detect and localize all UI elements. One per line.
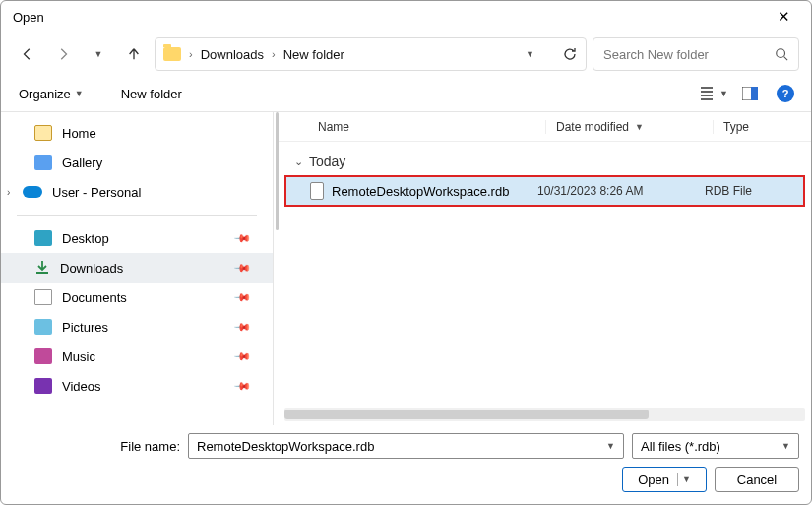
filename-row: File name: RemoteDesktopWorkspace.rdb ▼ … <box>13 433 799 459</box>
horizontal-scrollbar[interactable] <box>284 408 805 421</box>
open-dialog: Open ✕ ▼ › Downloads › New folder ▼ Sear… <box>0 0 812 505</box>
back-button[interactable] <box>13 39 42 69</box>
column-type[interactable]: Type <box>713 120 811 134</box>
new-folder-label: New folder <box>121 87 182 101</box>
pin-icon: 📌 <box>232 287 251 306</box>
toolbar: Organize ▼ New folder ▼ ? <box>1 76 811 111</box>
file-row[interactable]: RemoteDesktopWorkspace.rdb 10/31/2023 8:… <box>286 177 803 205</box>
sort-desc-icon: ▼ <box>635 122 644 132</box>
filename-value: RemoteDesktopWorkspace.rdb <box>197 439 374 454</box>
sidebar-divider <box>17 215 257 216</box>
filename-input[interactable]: RemoteDesktopWorkspace.rdb ▼ <box>188 433 624 459</box>
window-title: Open <box>9 10 764 25</box>
pin-icon: 📌 <box>232 317 251 336</box>
music-icon <box>34 348 52 364</box>
column-date[interactable]: Date modified ▼ <box>545 120 713 134</box>
sidebar-item-label: Pictures <box>62 320 108 335</box>
nav-row: ▼ › Downloads › New folder ▼ Search New … <box>1 32 811 76</box>
cancel-button[interactable]: Cancel <box>715 467 799 492</box>
file-name: RemoteDesktopWorkspace.rdb <box>332 184 537 199</box>
dialog-body: Home Gallery › User - Personal Desktop 📌… <box>1 111 811 425</box>
videos-icon <box>34 378 52 394</box>
sidebar-item-label: Home <box>62 126 96 141</box>
highlighted-file: RemoteDesktopWorkspace.rdb 10/31/2023 8:… <box>284 175 805 207</box>
breadcrumb-sep-icon: › <box>189 48 193 60</box>
chevron-down-icon: ▼ <box>719 89 728 98</box>
preview-pane-button[interactable] <box>736 80 764 107</box>
address-bar[interactable]: › Downloads › New folder ▼ <box>155 37 587 71</box>
breadcrumb-newfolder[interactable]: New folder <box>283 47 344 62</box>
downloads-icon <box>34 260 50 276</box>
documents-icon <box>34 289 52 305</box>
sidebar-item-videos[interactable]: Videos 📌 <box>1 371 273 401</box>
file-icon <box>310 182 324 200</box>
dialog-footer: File name: RemoteDesktopWorkspace.rdb ▼ … <box>1 425 811 504</box>
sidebar-item-label: Music <box>62 349 95 364</box>
search-box[interactable]: Search New folder <box>593 37 799 71</box>
list-icon <box>701 87 717 100</box>
expand-icon[interactable]: › <box>7 187 10 198</box>
sidebar-item-label: Downloads <box>60 261 123 276</box>
breadcrumb-downloads[interactable]: Downloads <box>201 47 264 62</box>
sidebar-item-label: User - Personal <box>52 185 141 200</box>
sidebar-item-gallery[interactable]: Gallery <box>1 148 273 177</box>
sidebar-item-home[interactable]: Home <box>1 118 273 148</box>
folder-icon <box>163 47 181 61</box>
pin-icon: 📌 <box>232 347 251 365</box>
view-menu[interactable]: ▼ <box>701 80 728 107</box>
sidebar-item-music[interactable]: Music 📌 <box>1 342 273 371</box>
new-folder-button[interactable]: New folder <box>115 83 188 105</box>
onedrive-icon <box>23 186 42 198</box>
gallery-icon <box>34 155 52 170</box>
filetype-value: All files (*.rdb) <box>641 439 720 454</box>
chevron-down-icon[interactable]: ▼ <box>526 49 534 59</box>
group-label: Today <box>309 154 345 169</box>
sidebar-item-documents[interactable]: Documents 📌 <box>1 283 273 312</box>
refresh-icon[interactable] <box>562 46 578 62</box>
preview-pane-icon <box>742 87 758 100</box>
help-button[interactable]: ? <box>772 80 799 107</box>
breadcrumb-sep-icon: › <box>272 48 276 60</box>
open-button[interactable]: Open ▼ <box>622 467 707 492</box>
sidebar-item-label: Gallery <box>62 156 102 170</box>
sidebar-item-label: Desktop <box>62 231 109 246</box>
recent-dropdown[interactable]: ▼ <box>84 39 113 69</box>
chevron-down-icon: ▼ <box>75 89 84 98</box>
sidebar-item-downloads[interactable]: Downloads 📌 <box>1 253 273 283</box>
filetype-select[interactable]: All files (*.rdb) ▼ <box>632 433 799 459</box>
filename-label: File name: <box>13 439 180 454</box>
home-icon <box>34 125 52 141</box>
up-button[interactable] <box>119 39 149 69</box>
sidebar-item-label: Documents <box>62 290 127 305</box>
sidebar: Home Gallery › User - Personal Desktop 📌… <box>1 112 273 425</box>
close-button[interactable]: ✕ <box>764 8 803 26</box>
sidebar-item-desktop[interactable]: Desktop 📌 <box>1 223 273 253</box>
chevron-down-icon[interactable]: ▼ <box>606 441 615 451</box>
chevron-down-icon: ⌄ <box>294 156 303 168</box>
svg-point-0 <box>777 49 785 58</box>
chevron-down-icon: ▼ <box>94 49 103 59</box>
sidebar-item-pictures[interactable]: Pictures 📌 <box>1 312 273 342</box>
file-type: RDB File <box>705 184 803 198</box>
group-header-today[interactable]: ⌄ Today <box>279 142 811 175</box>
column-name[interactable]: Name <box>318 120 545 134</box>
button-row: Open ▼ Cancel <box>13 467 799 492</box>
organize-menu[interactable]: Organize ▼ <box>13 83 90 105</box>
search-icon <box>775 47 788 61</box>
arrow-up-icon <box>127 47 141 61</box>
file-date: 10/31/2023 8:26 AM <box>537 184 705 198</box>
pin-icon: 📌 <box>232 228 251 247</box>
svg-rect-2 <box>751 87 758 100</box>
search-placeholder: Search New folder <box>603 47 767 62</box>
chevron-down-icon[interactable]: ▼ <box>682 474 691 484</box>
column-headers: Name Date modified ▼ Type <box>279 112 811 142</box>
pin-icon: 📌 <box>232 258 251 277</box>
sidebar-item-user[interactable]: › User - Personal <box>1 177 273 207</box>
desktop-icon <box>34 230 52 246</box>
forward-button[interactable] <box>48 39 78 69</box>
pin-icon: 📌 <box>232 376 251 395</box>
splitter[interactable] <box>273 112 279 425</box>
sidebar-item-label: Videos <box>62 379 101 394</box>
titlebar: Open ✕ <box>1 1 811 32</box>
help-icon: ? <box>777 85 794 102</box>
